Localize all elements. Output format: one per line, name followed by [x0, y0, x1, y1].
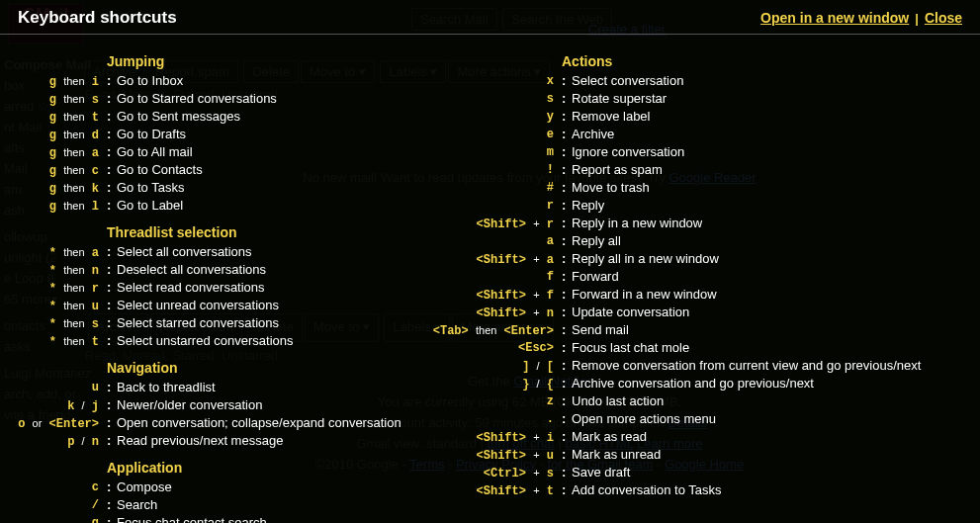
shortcut-description: Go to Tasks	[117, 180, 184, 195]
shortcut-row: g then k:Go to Tasks	[0, 179, 465, 197]
shortcut-colon: :	[107, 333, 117, 349]
shortcut-keys: g then d	[0, 127, 99, 143]
shortcut-row: <Shift> + f:Forward in a new window	[465, 286, 964, 304]
section-jumping: g then i:Go to Inboxg then s:Go to Starr…	[0, 72, 465, 215]
shortcut-description: Mark as read	[572, 429, 647, 444]
shortcut-description: Mark as unread	[572, 447, 661, 462]
shortcut-colon: :	[107, 73, 117, 89]
shortcut-description: Go to All mail	[117, 144, 193, 159]
right-column: Actions x:Select conversations:Rotate su…	[465, 44, 964, 499]
shortcut-keys: e	[465, 127, 554, 142]
shortcut-row: <Shift> + t:Add conversation to Tasks	[465, 481, 964, 499]
shortcut-keys: g then c	[0, 162, 99, 179]
shortcut-description: Compose	[117, 479, 172, 494]
shortcut-row: <Shift> + u:Mark as unread	[465, 446, 964, 464]
shortcut-keys: <Shift> + f	[396, 287, 554, 304]
shortcut-description: Go to Label	[117, 198, 183, 213]
shortcut-colon: :	[107, 91, 117, 107]
shortcut-colon: :	[562, 465, 572, 480]
shortcut-keys: !	[465, 162, 554, 178]
shortcut-colon: :	[562, 144, 572, 160]
shortcut-description: Select all conversations	[117, 244, 252, 259]
shortcut-description: Focus last chat mole	[572, 340, 689, 355]
shortcut-description: Add conversation to Tasks	[572, 482, 722, 497]
shortcut-keys: <Ctrl> + s	[396, 465, 554, 481]
close-link[interactable]: Close	[925, 10, 962, 26]
shortcut-colon: :	[562, 127, 572, 142]
shortcut-colon: :	[562, 233, 572, 249]
shortcut-row: y:Remove label	[465, 108, 964, 126]
shortcut-colon: :	[562, 180, 572, 196]
shortcut-colon: :	[562, 305, 572, 320]
shortcut-row: u:Back to threadlist	[0, 379, 465, 396]
shortcut-colon: :	[562, 216, 572, 231]
shortcut-colon: :	[562, 376, 572, 392]
shortcut-keys: } / {	[465, 376, 554, 392]
shortcut-row: g then l:Go to Label	[0, 197, 465, 215]
shortcut-colon: :	[107, 433, 117, 449]
shortcut-keys: <Shift> + t	[396, 482, 554, 499]
shortcut-colon: :	[562, 482, 572, 498]
shortcut-colon: :	[107, 162, 117, 178]
shortcut-keys: g then a	[0, 144, 99, 161]
shortcut-description: Reply all	[572, 233, 621, 248]
shortcut-row: g then d:Go to Drafts	[0, 126, 465, 143]
overlay-title: Keyboard shortcuts	[18, 8, 760, 28]
shortcut-keys: p / n	[0, 433, 99, 450]
shortcut-description: Open more actions menu	[572, 411, 716, 426]
shortcut-colon: :	[107, 280, 117, 296]
shortcut-description: Report as spam	[572, 162, 663, 177]
shortcut-row: k / j:Newer/older conversation	[0, 396, 465, 414]
shortcut-description: Reply in a new window	[572, 216, 702, 230]
shortcut-colon: :	[107, 415, 117, 431]
shortcut-description: Archive	[572, 127, 614, 141]
shortcut-keys: <Tab> then <Enter>	[396, 322, 554, 339]
shortcut-description: Select conversation	[572, 73, 683, 88]
shortcut-row: !:Report as spam	[465, 161, 964, 179]
shortcut-row: g then t:Go to Sent messages	[0, 108, 465, 126]
shortcut-keys: * then t	[0, 333, 99, 350]
shortcut-row: z:Undo last action	[465, 392, 964, 410]
shortcut-row: f:Forward	[465, 268, 964, 286]
shortcut-keys: f	[465, 269, 554, 285]
shortcut-row: r:Reply	[465, 197, 964, 215]
shortcut-description: Open conversation; collapse/expand conve…	[117, 415, 401, 430]
shortcut-colon: :	[107, 298, 117, 313]
shortcut-colon: :	[562, 447, 572, 463]
shortcut-colon: :	[107, 315, 117, 331]
shortcut-colon: :	[107, 144, 117, 160]
shortcut-keys: g then i	[0, 73, 99, 90]
shortcut-colon: :	[562, 251, 572, 267]
shortcut-row: a:Reply all	[465, 232, 964, 250]
shortcut-row: g then a:Go to All mail	[0, 143, 465, 161]
shortcut-row: } / {:Archive conversation and go previo…	[465, 375, 964, 392]
shortcut-description: Search	[117, 497, 157, 512]
shortcut-description: Ignore conversation	[572, 144, 684, 159]
shortcut-colon: :	[107, 380, 117, 395]
shortcut-keys: * then n	[0, 262, 99, 279]
section-jumping-title: Jumping	[107, 53, 465, 69]
shortcut-colon: :	[562, 358, 572, 374]
shortcut-keys: g then k	[0, 180, 99, 197]
shortcut-description: Go to Drafts	[117, 127, 186, 141]
shortcut-keys: s	[465, 91, 554, 107]
shortcut-keys: * then a	[0, 244, 99, 261]
shortcut-description: Focus chat contact search	[117, 515, 267, 523]
shortcut-colon: :	[107, 198, 117, 214]
shortcut-keys: x	[465, 73, 554, 89]
shortcut-colon: :	[107, 262, 117, 278]
shortcut-description: Deselect all conversations	[117, 262, 266, 277]
shortcut-colon: :	[562, 109, 572, 125]
shortcut-description: Read previous/next message	[117, 433, 283, 448]
shortcut-keys: c	[0, 479, 99, 495]
shortcut-colon: :	[107, 109, 117, 125]
shortcut-row: g then c:Go to Contacts	[0, 161, 465, 179]
shortcut-description: Update conversation	[572, 305, 689, 319]
shortcut-row: ] / [:Remove conversation from current v…	[465, 357, 964, 375]
shortcut-description: Reply	[572, 198, 604, 213]
shortcut-row: <Shift> + a:Reply all in a new window	[465, 250, 964, 268]
shortcut-colon: :	[562, 322, 572, 338]
open-new-window-link[interactable]: Open in a new window	[760, 10, 909, 26]
shortcut-description: Go to Contacts	[117, 162, 203, 177]
shortcut-description: Forward in a new window	[572, 287, 717, 302]
